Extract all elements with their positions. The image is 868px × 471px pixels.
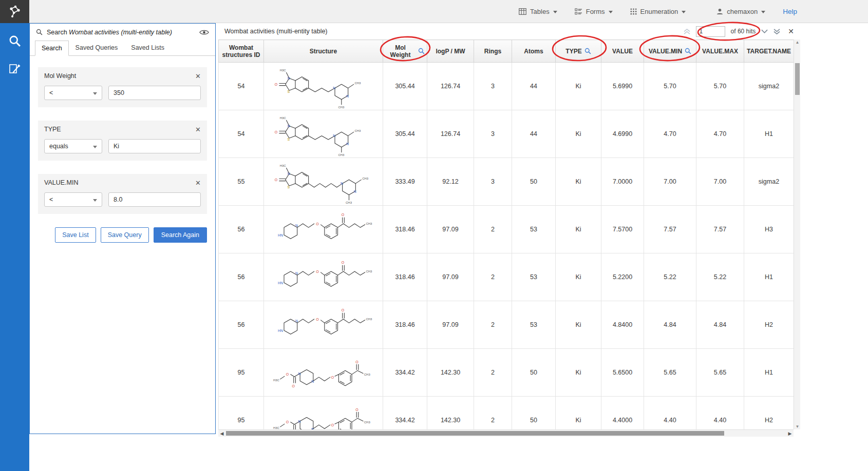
- search-tool-button[interactable]: [0, 27, 29, 55]
- operator-select[interactable]: <: [44, 192, 102, 207]
- operator-value: <: [49, 89, 53, 96]
- col-target-name[interactable]: TARGET.NAME: [744, 40, 794, 63]
- cell-value-min: 5.65: [644, 349, 696, 397]
- cell-logp-mw: 97.09: [427, 206, 474, 253]
- scroll-left-arrow[interactable]: ◀: [218, 430, 225, 437]
- tab-saved-queries[interactable]: Saved Queries: [69, 40, 125, 55]
- column-search-icon[interactable]: [584, 48, 591, 54]
- cell-id: 95: [219, 349, 264, 397]
- app-logo[interactable]: [0, 0, 29, 23]
- table-row[interactable]: 95 334.42 142.30 2 50 Ki 4.4000 4.40 4.4…: [219, 397, 794, 430]
- search-panel-title: Search Wombat activities (multi-entity t…: [47, 29, 172, 36]
- column-label: TYPE: [565, 48, 581, 55]
- topbar: Tables Forms Enumeration chemaxon Help: [0, 0, 868, 23]
- cell-id: 56: [219, 206, 264, 253]
- col-mol-weight[interactable]: Mol Weight: [383, 40, 427, 63]
- molecule-structure-image: [269, 111, 378, 156]
- table-row[interactable]: 54 305.44 126.74 3 44 Ki 5.6990 5.70 5.7…: [219, 63, 794, 110]
- user-menu-label: chemaxon: [727, 8, 758, 15]
- cell-logp-mw: 97.09: [427, 301, 474, 349]
- col-wombat-structures-id[interactable]: Wombat structures ID: [219, 40, 264, 63]
- structure-editor-icon: [9, 63, 21, 75]
- double-chevron-up-icon[interactable]: [684, 29, 690, 34]
- close-icon[interactable]: ✕: [195, 126, 201, 133]
- scroll-down-arrow[interactable]: ▼: [794, 424, 801, 429]
- table-row[interactable]: 55 333.49 92.12 3 50 Ki 7.0000 7.00 7.00…: [219, 158, 794, 206]
- scroll-right-arrow[interactable]: ▶: [786, 430, 794, 437]
- nav-forms[interactable]: Forms: [575, 8, 613, 15]
- chevron-down-icon[interactable]: [761, 29, 768, 33]
- nav-tables[interactable]: Tables: [519, 8, 557, 15]
- search-icon: [36, 29, 43, 35]
- column-label: Wombat structures ID: [221, 44, 261, 58]
- close-icon[interactable]: ✕: [195, 180, 201, 186]
- user-menu[interactable]: chemaxon: [716, 8, 765, 15]
- filter-value-input[interactable]: [108, 192, 201, 207]
- operator-value: equals: [49, 143, 68, 150]
- close-icon[interactable]: ✕: [788, 27, 794, 35]
- cell-type: Ki: [556, 253, 601, 301]
- grid-title: Wombat activities (multi-entity table): [224, 28, 328, 35]
- col-type[interactable]: TYPE: [556, 40, 601, 63]
- cell-type: Ki: [556, 206, 601, 253]
- cell-value: 5.6500: [601, 349, 644, 397]
- col-value[interactable]: VALUE: [601, 40, 644, 63]
- column-label: Rings: [484, 48, 501, 55]
- cell-atoms: 53: [512, 206, 556, 253]
- top-navigation: Tables Forms Enumeration chemaxon Help: [519, 8, 868, 15]
- help-link[interactable]: Help: [783, 8, 797, 15]
- cell-mol-weight: 305.44: [383, 63, 427, 110]
- col-structure[interactable]: Structure: [264, 40, 383, 63]
- horizontal-scrollbar[interactable]: ◀ ▶: [218, 429, 794, 437]
- filter-value-input[interactable]: [108, 86, 201, 100]
- table-row[interactable]: 56 318.46 97.09 2 53 Ki 4.8400 4.84 4.84…: [219, 301, 794, 349]
- filter-value-input[interactable]: [108, 139, 201, 153]
- save-list-button[interactable]: Save List: [55, 227, 96, 243]
- cell-logp-mw: 92.12: [427, 158, 474, 206]
- table-row[interactable]: 56 318.46 97.09 2 53 Ki 7.5700 7.57 7.57…: [219, 206, 794, 253]
- cell-mol-weight: 318.46: [383, 253, 427, 301]
- left-toolbar: [0, 23, 29, 471]
- cell-rings: 3: [474, 158, 512, 206]
- horizontal-scrollbar-thumb[interactable]: [226, 431, 724, 436]
- search-again-button[interactable]: Search Again: [154, 227, 207, 243]
- col-rings[interactable]: Rings: [474, 40, 512, 63]
- double-chevron-down-icon[interactable]: [773, 29, 780, 34]
- vertical-scrollbar-thumb[interactable]: [795, 63, 800, 95]
- column-label: VALUE.MAX: [702, 48, 738, 55]
- column-search-icon[interactable]: [685, 48, 691, 54]
- cell-id: 54: [219, 63, 264, 110]
- table-row[interactable]: 56 318.46 97.09 2 53 Ki 5.2200 5.22 5.22…: [219, 253, 794, 301]
- cell-atoms: 53: [512, 253, 556, 301]
- col-logp-mw[interactable]: logP / MW: [427, 40, 474, 63]
- col-value-min[interactable]: VALUE.MIN: [644, 40, 696, 63]
- col-value-max[interactable]: VALUE.MAX: [696, 40, 744, 63]
- save-query-button[interactable]: Save Query: [101, 227, 149, 243]
- forms-icon: [575, 8, 582, 15]
- structure-editor-button[interactable]: [0, 55, 29, 83]
- nav-enumeration[interactable]: Enumeration: [630, 8, 686, 15]
- grid-dots-icon: [630, 8, 637, 15]
- cell-mol-weight: 305.44: [383, 110, 427, 158]
- tab-search[interactable]: Search: [35, 41, 69, 56]
- cell-type: Ki: [556, 349, 601, 397]
- column-label: Structure: [310, 48, 337, 55]
- table-row[interactable]: 95 334.42 142.30 2 50 Ki 5.6500 5.65 5.6…: [219, 349, 794, 397]
- operator-select[interactable]: equals: [44, 139, 102, 153]
- page-input[interactable]: [696, 26, 725, 37]
- tab-saved-lists[interactable]: Saved Lists: [124, 40, 171, 55]
- operator-select[interactable]: <: [44, 86, 102, 100]
- eye-icon[interactable]: [199, 29, 209, 35]
- search-title-table-name: Wombat activities (multi-entity table): [69, 29, 172, 36]
- cell-rings: 2: [474, 206, 512, 253]
- cell-value-max: 5.65: [696, 349, 744, 397]
- col-atoms[interactable]: Atoms: [512, 40, 556, 63]
- molecule-structure-image: [269, 398, 378, 429]
- table-row[interactable]: 54 305.44 126.74 3 44 Ki 4.6990 4.70 4.7…: [219, 110, 794, 158]
- column-search-icon[interactable]: [418, 48, 425, 54]
- cell-target-name: sigma2: [744, 63, 794, 110]
- cell-logp-mw: 142.30: [427, 349, 474, 397]
- close-icon[interactable]: ✕: [195, 73, 201, 80]
- vertical-scrollbar[interactable]: ▲ ▼: [794, 40, 800, 429]
- scroll-up-arrow[interactable]: ▲: [794, 40, 801, 45]
